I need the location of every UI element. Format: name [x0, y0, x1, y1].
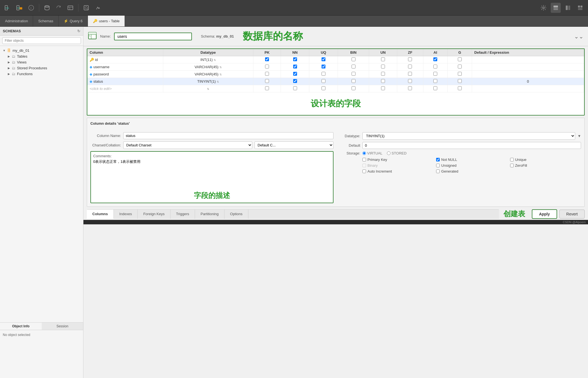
- cb-password-uq[interactable]: [322, 72, 325, 76]
- row-status-un[interactable]: [369, 78, 397, 85]
- new-row-datatype[interactable]: ⇅: [163, 85, 253, 92]
- sidebar-item-views[interactable]: ▶ 🗂 Views: [0, 59, 83, 65]
- storage-virtual-option[interactable]: VIRTUAL: [362, 151, 382, 155]
- cb-not-null-option[interactable]: Not NULL: [436, 158, 507, 162]
- cb-new-zf[interactable]: [408, 86, 412, 90]
- cb-new-ai[interactable]: [433, 86, 437, 90]
- row-password-zf[interactable]: [397, 71, 423, 78]
- table-row[interactable]: ◆ status TINYINT(1) ⇅: [87, 78, 584, 85]
- cb-binary[interactable]: [362, 164, 366, 167]
- cb-username-g[interactable]: [458, 65, 462, 68]
- row-username-pk[interactable]: [253, 63, 281, 71]
- cb-username-bin[interactable]: [352, 65, 355, 68]
- row-username-ai[interactable]: [423, 63, 448, 71]
- layout2-icon[interactable]: [563, 3, 573, 13]
- row-status-name[interactable]: ◆ status: [87, 78, 163, 85]
- row-username-un[interactable]: [369, 63, 397, 71]
- datatype-select[interactable]: TINYINT(1): [362, 132, 575, 140]
- db-icon[interactable]: [42, 3, 52, 13]
- cb-new-nn[interactable]: [293, 86, 297, 90]
- cb-status-nn[interactable]: [293, 79, 297, 83]
- settings-icon[interactable]: [538, 3, 549, 13]
- cb-username-un[interactable]: [381, 65, 385, 68]
- row-username-nn[interactable]: [281, 63, 309, 71]
- row-password-g[interactable]: [448, 71, 472, 78]
- row-username-name[interactable]: ◆ username: [87, 63, 163, 71]
- row-username-uq[interactable]: [309, 63, 338, 71]
- expand-button[interactable]: ⌄⌄: [574, 33, 584, 40]
- row-status-uq[interactable]: [309, 78, 338, 85]
- cb-password-bin[interactable]: [352, 72, 355, 76]
- tab-triggers[interactable]: Triggers: [171, 210, 195, 219]
- table-row[interactable]: ◆ password VARCHAR(45) ⇅: [87, 71, 584, 78]
- cb-status-un[interactable]: [381, 79, 385, 83]
- apply-button[interactable]: Apply: [532, 209, 557, 219]
- cb-status-pk[interactable]: [265, 79, 269, 83]
- row-username-zf[interactable]: [397, 63, 423, 71]
- row-id-ai[interactable]: [423, 56, 448, 63]
- connect-icon[interactable]: [93, 3, 103, 13]
- row-id-zf[interactable]: [397, 56, 423, 63]
- sidebar-item-stored-procedures[interactable]: ▶ 🗂 Stored Procedures: [0, 65, 83, 71]
- row-status-datatype[interactable]: TINYINT(1) ⇅: [163, 78, 253, 85]
- query-icon[interactable]: [81, 3, 91, 13]
- cb-not-null[interactable]: [436, 158, 440, 161]
- row-status-pk[interactable]: [253, 78, 281, 85]
- click-edit-text[interactable]: <click to edit>: [90, 87, 112, 91]
- tab-administration[interactable]: Administration: [0, 16, 33, 26]
- cb-password-g[interactable]: [458, 72, 462, 76]
- sql-icon2[interactable]: SQL: [14, 3, 24, 13]
- cb-new-uq[interactable]: [322, 86, 325, 90]
- row-password-bin[interactable]: [338, 71, 369, 78]
- cb-new-un[interactable]: [381, 86, 385, 90]
- row-username-datatype[interactable]: VARCHAR(45) ⇅: [163, 63, 253, 71]
- sidebar-tab-object-info[interactable]: Object Info: [0, 323, 42, 330]
- cb-unsigned-option[interactable]: Unsigned: [436, 163, 507, 168]
- table-row[interactable]: 🔑 id INT(11) ⇅: [87, 56, 584, 63]
- row-status-zf[interactable]: [397, 78, 423, 85]
- datatype-arrows-id[interactable]: ⇅: [214, 58, 216, 62]
- cb-new-g[interactable]: [458, 86, 462, 90]
- cb-status-zf[interactable]: [408, 79, 412, 83]
- sidebar-item-tables[interactable]: ▶ 🗂 Tables: [0, 53, 83, 59]
- cb-generated-option[interactable]: Generated: [436, 169, 507, 173]
- row-id-bin[interactable]: [338, 56, 369, 63]
- sql-icon1[interactable]: SQL: [3, 3, 13, 13]
- cb-generated[interactable]: [436, 170, 440, 173]
- cb-unsigned[interactable]: [436, 164, 440, 167]
- row-password-nn[interactable]: [281, 71, 309, 78]
- row-username-bin[interactable]: [338, 63, 369, 71]
- cb-password-nn[interactable]: [293, 72, 297, 76]
- row-id-datatype[interactable]: INT(11) ⇅: [163, 56, 253, 63]
- cb-new-pk[interactable]: [265, 86, 269, 90]
- row-password-datatype[interactable]: VARCHAR(45) ⇅: [163, 71, 253, 78]
- cb-status-bin[interactable]: [352, 79, 355, 83]
- storage-stored-option[interactable]: STORED: [387, 151, 407, 155]
- tab-partitioning[interactable]: Partitioning: [195, 210, 224, 219]
- row-password-ai[interactable]: [423, 71, 448, 78]
- comments-textarea[interactable]: 0表示状态正常，1表示被禁用: [93, 159, 331, 187]
- layout1-icon[interactable]: [551, 3, 561, 13]
- info-icon[interactable]: i: [26, 3, 36, 13]
- row-id-name[interactable]: 🔑 id: [87, 56, 163, 63]
- table-row-new[interactable]: <click to edit> ⇅: [87, 85, 584, 92]
- layout3-icon[interactable]: [575, 3, 585, 13]
- cb-password-un[interactable]: [381, 72, 385, 76]
- row-password-pk[interactable]: [253, 71, 281, 78]
- cb-username-uq[interactable]: [322, 65, 325, 68]
- row-id-uq[interactable]: [309, 56, 338, 63]
- refresh-schemas-icon[interactable]: ↻: [77, 29, 80, 33]
- cb-new-bin[interactable]: [352, 86, 355, 90]
- cb-password-zf[interactable]: [408, 72, 412, 76]
- cb-username-pk[interactable]: [265, 65, 269, 68]
- tab-foreign-keys[interactable]: Foreign Keys: [138, 210, 171, 219]
- cb-username-zf[interactable]: [408, 65, 412, 68]
- datatype-dropdown-icon[interactable]: ▼: [577, 134, 581, 138]
- cb-username-nn[interactable]: [293, 65, 297, 68]
- row-id-pk[interactable]: [253, 56, 281, 63]
- cb-auto-increment[interactable]: [362, 170, 366, 173]
- tab-columns[interactable]: Columns: [87, 210, 114, 219]
- sidebar-item-functions[interactable]: ▶ 🗂 Functions: [0, 71, 83, 77]
- row-id-g[interactable]: [448, 56, 472, 63]
- cb-primary-key-option[interactable]: Primary Key: [362, 158, 433, 162]
